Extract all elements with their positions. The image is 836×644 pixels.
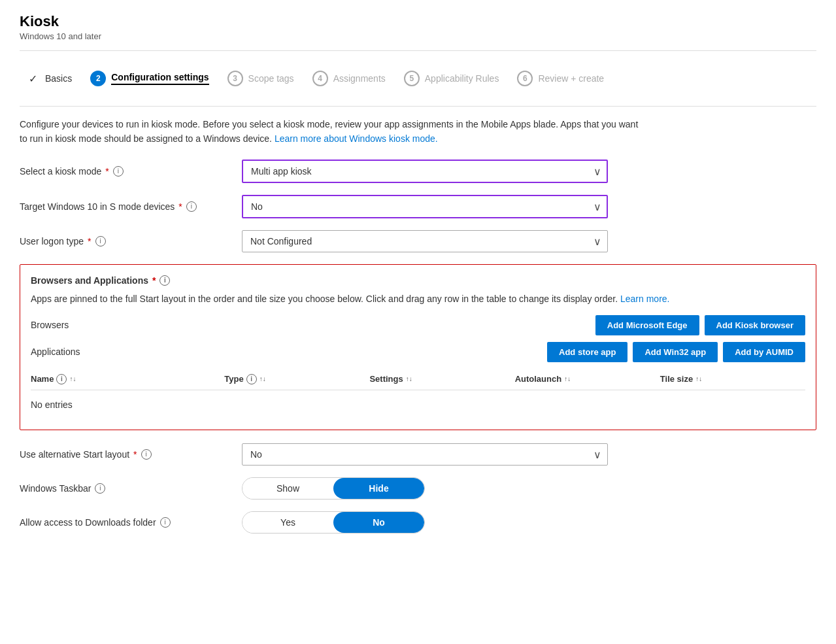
col-autolaunch[interactable]: Autolaunch ↑↓ <box>515 374 660 384</box>
downloads-folder-toggle[interactable]: Yes No <box>242 511 425 534</box>
step-2-circle: 2 <box>90 71 106 86</box>
step-review-label: Review + create <box>538 73 604 84</box>
col-type-label: Type <box>224 374 243 384</box>
browsers-label: Browsers <box>31 320 109 330</box>
page-subtitle: Windows 10 and later <box>20 31 816 41</box>
windows-taskbar-info-icon[interactable]: i <box>95 483 105 494</box>
step-configuration[interactable]: 2 Configuration settings <box>81 67 218 90</box>
add-by-aumid-button[interactable]: Add by AUMID <box>723 342 805 362</box>
header-divider <box>20 50 816 51</box>
step-scope[interactable]: 3 Scope tags <box>218 67 303 90</box>
add-store-app-button[interactable]: Add store app <box>547 342 627 362</box>
s-mode-required: * <box>178 201 182 212</box>
kiosk-mode-label: Select a kiosk mode * i <box>20 166 242 177</box>
browsers-apps-title-text: Browsers and Applications <box>31 275 148 286</box>
step-5-circle: 5 <box>404 71 420 86</box>
browsers-apps-title: Browsers and Applications * i <box>31 275 805 286</box>
col-tilesize-label: Tile size <box>660 374 693 384</box>
user-logon-label-text: User logon type <box>20 236 84 246</box>
windows-taskbar-label-text: Windows Taskbar <box>20 483 91 494</box>
add-kiosk-browser-button[interactable]: Add Kiosk browser <box>705 315 805 335</box>
browsers-apps-desc-main: Apps are pinned to the full Start layout… <box>31 294 618 304</box>
taskbar-show-option[interactable]: Show <box>242 478 333 499</box>
user-logon-dropdown[interactable]: Not Configured Auto logon (Windows 10, v… <box>242 230 608 252</box>
alt-start-select[interactable]: No Yes <box>242 443 608 466</box>
add-microsoft-edge-button[interactable]: Add Microsoft Edge <box>595 315 699 335</box>
col-autolaunch-label: Autolaunch <box>515 374 562 384</box>
s-mode-select[interactable]: No Yes <box>242 195 608 218</box>
col-name-info[interactable]: i <box>56 374 67 384</box>
col-name-label: Name <box>31 374 54 384</box>
downloads-folder-label: Allow access to Downloads folder i <box>20 517 242 528</box>
col-type-sort[interactable]: ↑↓ <box>259 375 266 382</box>
alt-start-row: Use alternative Start layout * i No Yes … <box>20 443 816 466</box>
col-settings-sort[interactable]: ↑↓ <box>406 375 412 382</box>
step-configuration-label: Configuration settings <box>111 72 209 85</box>
learn-more-link[interactable]: Learn more about Windows kiosk mode. <box>275 133 438 144</box>
kiosk-mode-row: Select a kiosk mode * i Multi app kiosk … <box>20 160 816 183</box>
s-mode-label-text: Target Windows 10 in S mode devices <box>20 201 175 212</box>
windows-taskbar-toggle[interactable]: Show Hide <box>242 477 425 500</box>
wizard-steps: ✓ Basics 2 Configuration settings 3 Scop… <box>20 60 816 97</box>
s-mode-dropdown[interactable]: No Yes ∨ <box>242 195 608 218</box>
step-3-circle: 3 <box>227 71 243 86</box>
col-type-info[interactable]: i <box>246 374 257 384</box>
step-review[interactable]: 6 Review + create <box>508 67 613 90</box>
s-mode-label: Target Windows 10 in S mode devices * i <box>20 201 242 212</box>
step-assignments[interactable]: 4 Assignments <box>303 67 395 90</box>
downloads-folder-label-text: Allow access to Downloads folder <box>20 517 156 528</box>
page-header: Kiosk Windows 10 and later <box>20 13 816 41</box>
user-logon-required: * <box>88 236 91 246</box>
browsers-button-row: Browsers Add Microsoft Edge Add Kiosk br… <box>31 315 805 335</box>
check-icon: ✓ <box>29 73 37 85</box>
step-6-circle: 6 <box>517 71 533 86</box>
browsers-apps-description: Apps are pinned to the full Start layout… <box>31 292 805 306</box>
col-tilesize[interactable]: Tile size ↑↓ <box>660 374 805 384</box>
page-title: Kiosk <box>20 13 816 30</box>
windows-taskbar-row: Windows Taskbar i Show Hide <box>20 477 816 500</box>
step-assignments-label: Assignments <box>333 73 386 84</box>
kiosk-mode-info-icon[interactable]: i <box>113 166 124 177</box>
alt-start-dropdown[interactable]: No Yes ∨ <box>242 443 608 466</box>
browsers-apps-learn-more[interactable]: Learn more. <box>620 294 669 304</box>
browsers-apps-info-icon[interactable]: i <box>159 275 170 286</box>
s-mode-info-icon[interactable]: i <box>186 201 197 212</box>
alt-start-label-text: Use alternative Start layout <box>20 449 129 460</box>
step-basics[interactable]: ✓ Basics <box>20 69 81 89</box>
user-logon-select[interactable]: Not Configured Auto logon (Windows 10, v… <box>242 230 608 252</box>
windows-taskbar-label: Windows Taskbar i <box>20 483 242 494</box>
kiosk-mode-label-text: Select a kiosk mode <box>20 166 101 177</box>
col-settings-label: Settings <box>369 374 403 384</box>
step-4-circle: 4 <box>312 71 328 86</box>
col-settings[interactable]: Settings ↑↓ <box>369 374 514 384</box>
col-tilesize-sort[interactable]: ↑↓ <box>695 375 702 382</box>
downloads-no-option[interactable]: No <box>333 512 424 533</box>
step-applicability-label: Applicability Rules <box>425 73 499 84</box>
user-logon-info-icon[interactable]: i <box>95 236 106 246</box>
alt-start-required: * <box>133 449 137 460</box>
col-name[interactable]: Name i ↑↓ <box>31 374 224 384</box>
kiosk-mode-select[interactable]: Multi app kiosk Not configured Single fu… <box>242 160 608 183</box>
browsers-apps-section: Browsers and Applications * i Apps are p… <box>20 264 816 430</box>
s-mode-row: Target Windows 10 in S mode devices * i … <box>20 195 816 218</box>
user-logon-row: User logon type * i Not Configured Auto … <box>20 230 816 252</box>
alt-start-info-icon[interactable]: i <box>141 449 152 460</box>
applications-btn-group: Add store app Add Win32 app Add by AUMID <box>547 342 805 362</box>
description-text: Configure your devices to run in kiosk m… <box>20 117 647 146</box>
step-scope-label: Scope tags <box>248 73 294 84</box>
col-autolaunch-sort[interactable]: ↑↓ <box>564 375 571 382</box>
col-type[interactable]: Type i ↑↓ <box>224 374 369 384</box>
col-name-sort[interactable]: ↑↓ <box>69 375 76 382</box>
alt-start-label: Use alternative Start layout * i <box>20 449 242 460</box>
downloads-folder-info-icon[interactable]: i <box>160 517 171 528</box>
step-applicability[interactable]: 5 Applicability Rules <box>395 67 509 90</box>
kiosk-mode-required: * <box>105 166 109 177</box>
kiosk-mode-dropdown[interactable]: Multi app kiosk Not configured Single fu… <box>242 160 608 183</box>
add-win32-app-button[interactable]: Add Win32 app <box>633 342 718 362</box>
downloads-yes-option[interactable]: Yes <box>242 512 333 533</box>
steps-divider <box>20 106 816 107</box>
step-basics-label: Basics <box>45 73 72 84</box>
taskbar-hide-option[interactable]: Hide <box>333 478 424 499</box>
no-entries-text: No entries <box>31 390 805 419</box>
user-logon-label: User logon type * i <box>20 236 242 246</box>
